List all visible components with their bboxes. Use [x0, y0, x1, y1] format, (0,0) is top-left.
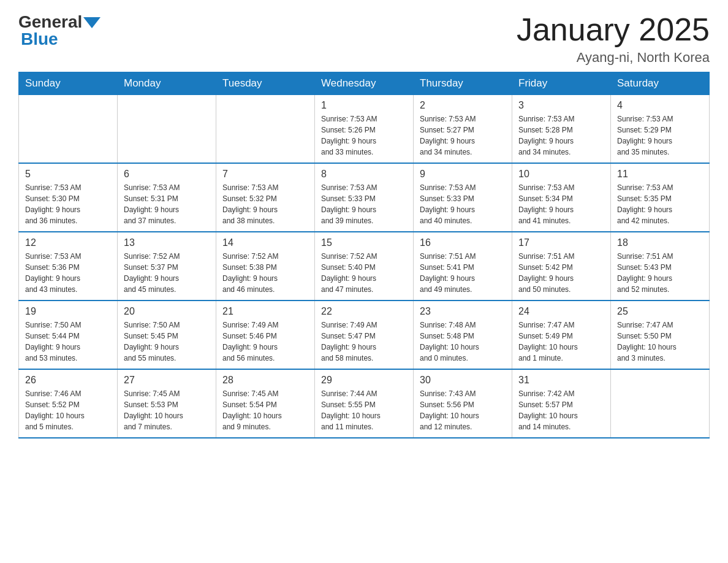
calendar-cell: 26Sunrise: 7:46 AMSunset: 5:52 PMDayligh… [19, 369, 118, 438]
day-number: 24 [518, 306, 604, 317]
calendar-cell: 12Sunrise: 7:53 AMSunset: 5:36 PMDayligh… [19, 232, 118, 301]
calendar-cell: 19Sunrise: 7:50 AMSunset: 5:44 PMDayligh… [19, 301, 118, 369]
calendar-cell: 11Sunrise: 7:53 AMSunset: 5:35 PMDayligh… [611, 163, 710, 232]
day-number: 30 [420, 375, 506, 386]
day-info: Sunrise: 7:53 AMSunset: 5:26 PMDaylight:… [321, 113, 407, 158]
calendar-cell: 2Sunrise: 7:53 AMSunset: 5:27 PMDaylight… [414, 95, 512, 164]
day-info: Sunrise: 7:44 AMSunset: 5:55 PMDaylight:… [321, 388, 407, 432]
day-number: 28 [222, 375, 308, 386]
day-number: 27 [124, 375, 210, 386]
calendar-cell [19, 95, 118, 164]
header-day-tuesday: Tuesday [216, 72, 315, 95]
calendar-cell: 3Sunrise: 7:53 AMSunset: 5:28 PMDaylight… [512, 95, 611, 164]
logo-blue-text: Blue [21, 29, 58, 49]
day-info: Sunrise: 7:53 AMSunset: 5:33 PMDaylight:… [321, 182, 407, 226]
calendar-week-5: 26Sunrise: 7:46 AMSunset: 5:52 PMDayligh… [19, 369, 710, 438]
day-number: 14 [222, 237, 308, 248]
calendar-week-3: 12Sunrise: 7:53 AMSunset: 5:36 PMDayligh… [19, 232, 710, 301]
calendar-week-1: 1Sunrise: 7:53 AMSunset: 5:26 PMDaylight… [19, 95, 710, 164]
day-number: 8 [321, 169, 407, 180]
calendar-cell: 7Sunrise: 7:53 AMSunset: 5:32 PMDaylight… [216, 163, 315, 232]
calendar-cell: 23Sunrise: 7:48 AMSunset: 5:48 PMDayligh… [414, 301, 512, 369]
title-block: January 2025 Ayang-ni, North Korea [517, 12, 710, 66]
day-number: 31 [518, 375, 604, 386]
header-day-saturday: Saturday [611, 72, 710, 95]
day-number: 23 [420, 306, 506, 317]
calendar-cell: 9Sunrise: 7:53 AMSunset: 5:33 PMDaylight… [414, 163, 512, 232]
calendar-cell: 15Sunrise: 7:52 AMSunset: 5:40 PMDayligh… [315, 232, 414, 301]
calendar-header: SundayMondayTuesdayWednesdayThursdayFrid… [19, 72, 710, 95]
calendar-cell: 30Sunrise: 7:43 AMSunset: 5:56 PMDayligh… [414, 369, 512, 438]
day-info: Sunrise: 7:52 AMSunset: 5:37 PMDaylight:… [124, 251, 210, 295]
calendar-cell [611, 369, 710, 438]
calendar-cell: 20Sunrise: 7:50 AMSunset: 5:45 PMDayligh… [118, 301, 216, 369]
day-info: Sunrise: 7:42 AMSunset: 5:57 PMDaylight:… [518, 388, 604, 432]
calendar-cell: 21Sunrise: 7:49 AMSunset: 5:46 PMDayligh… [216, 301, 315, 369]
calendar-table: SundayMondayTuesdayWednesdayThursdayFrid… [18, 72, 710, 439]
calendar-title: January 2025 [517, 12, 710, 47]
day-number: 5 [25, 169, 111, 180]
calendar-cell: 5Sunrise: 7:53 AMSunset: 5:30 PMDaylight… [19, 163, 118, 232]
day-number: 11 [617, 169, 703, 180]
header-day-monday: Monday [118, 72, 216, 95]
day-info: Sunrise: 7:53 AMSunset: 5:33 PMDaylight:… [420, 182, 506, 226]
day-info: Sunrise: 7:53 AMSunset: 5:30 PMDaylight:… [25, 182, 111, 226]
day-info: Sunrise: 7:47 AMSunset: 5:50 PMDaylight:… [617, 320, 703, 364]
logo: General Blue [18, 12, 100, 49]
calendar-cell: 16Sunrise: 7:51 AMSunset: 5:41 PMDayligh… [414, 232, 512, 301]
header-day-wednesday: Wednesday [315, 72, 414, 95]
day-number: 21 [222, 306, 308, 317]
day-info: Sunrise: 7:50 AMSunset: 5:45 PMDaylight:… [124, 320, 210, 364]
day-number: 3 [518, 100, 604, 111]
day-number: 10 [518, 169, 604, 180]
calendar-cell: 4Sunrise: 7:53 AMSunset: 5:29 PMDaylight… [611, 95, 710, 164]
calendar-cell: 27Sunrise: 7:45 AMSunset: 5:53 PMDayligh… [118, 369, 216, 438]
calendar-cell [118, 95, 216, 164]
day-info: Sunrise: 7:53 AMSunset: 5:36 PMDaylight:… [25, 251, 111, 295]
calendar-cell: 14Sunrise: 7:52 AMSunset: 5:38 PMDayligh… [216, 232, 315, 301]
day-number: 7 [222, 169, 308, 180]
day-number: 17 [518, 237, 604, 248]
day-info: Sunrise: 7:51 AMSunset: 5:41 PMDaylight:… [420, 251, 506, 295]
calendar-cell [216, 95, 315, 164]
day-info: Sunrise: 7:53 AMSunset: 5:28 PMDaylight:… [518, 113, 604, 158]
day-number: 6 [124, 169, 210, 180]
calendar-cell: 10Sunrise: 7:53 AMSunset: 5:34 PMDayligh… [512, 163, 611, 232]
day-info: Sunrise: 7:52 AMSunset: 5:40 PMDaylight:… [321, 251, 407, 295]
calendar-cell: 6Sunrise: 7:53 AMSunset: 5:31 PMDaylight… [118, 163, 216, 232]
day-number: 26 [25, 375, 111, 386]
calendar-cell: 22Sunrise: 7:49 AMSunset: 5:47 PMDayligh… [315, 301, 414, 369]
calendar-cell: 13Sunrise: 7:52 AMSunset: 5:37 PMDayligh… [118, 232, 216, 301]
day-number: 22 [321, 306, 407, 317]
header-row: SundayMondayTuesdayWednesdayThursdayFrid… [19, 72, 710, 95]
day-info: Sunrise: 7:49 AMSunset: 5:46 PMDaylight:… [222, 320, 308, 364]
day-info: Sunrise: 7:53 AMSunset: 5:29 PMDaylight:… [617, 113, 703, 158]
day-info: Sunrise: 7:51 AMSunset: 5:42 PMDaylight:… [518, 251, 604, 295]
day-info: Sunrise: 7:52 AMSunset: 5:38 PMDaylight:… [222, 251, 308, 295]
day-number: 1 [321, 100, 407, 111]
day-info: Sunrise: 7:53 AMSunset: 5:35 PMDaylight:… [617, 182, 703, 226]
header-day-thursday: Thursday [414, 72, 512, 95]
calendar-cell: 29Sunrise: 7:44 AMSunset: 5:55 PMDayligh… [315, 369, 414, 438]
calendar-subtitle: Ayang-ni, North Korea [517, 50, 710, 66]
day-number: 18 [617, 237, 703, 248]
day-number: 19 [25, 306, 111, 317]
day-number: 4 [617, 100, 703, 111]
day-info: Sunrise: 7:53 AMSunset: 5:31 PMDaylight:… [124, 182, 210, 226]
logo-triangle-icon [83, 17, 100, 28]
calendar-cell: 28Sunrise: 7:45 AMSunset: 5:54 PMDayligh… [216, 369, 315, 438]
day-number: 9 [420, 169, 506, 180]
calendar-cell: 18Sunrise: 7:51 AMSunset: 5:43 PMDayligh… [611, 232, 710, 301]
calendar-week-4: 19Sunrise: 7:50 AMSunset: 5:44 PMDayligh… [19, 301, 710, 369]
day-number: 2 [420, 100, 506, 111]
day-info: Sunrise: 7:50 AMSunset: 5:44 PMDaylight:… [25, 320, 111, 364]
day-number: 25 [617, 306, 703, 317]
calendar-body: 1Sunrise: 7:53 AMSunset: 5:26 PMDaylight… [19, 95, 710, 439]
day-number: 15 [321, 237, 407, 248]
day-info: Sunrise: 7:43 AMSunset: 5:56 PMDaylight:… [420, 388, 506, 432]
day-info: Sunrise: 7:45 AMSunset: 5:54 PMDaylight:… [222, 388, 308, 432]
calendar-cell: 1Sunrise: 7:53 AMSunset: 5:26 PMDaylight… [315, 95, 414, 164]
day-number: 20 [124, 306, 210, 317]
day-info: Sunrise: 7:49 AMSunset: 5:47 PMDaylight:… [321, 320, 407, 364]
day-info: Sunrise: 7:45 AMSunset: 5:53 PMDaylight:… [124, 388, 210, 432]
